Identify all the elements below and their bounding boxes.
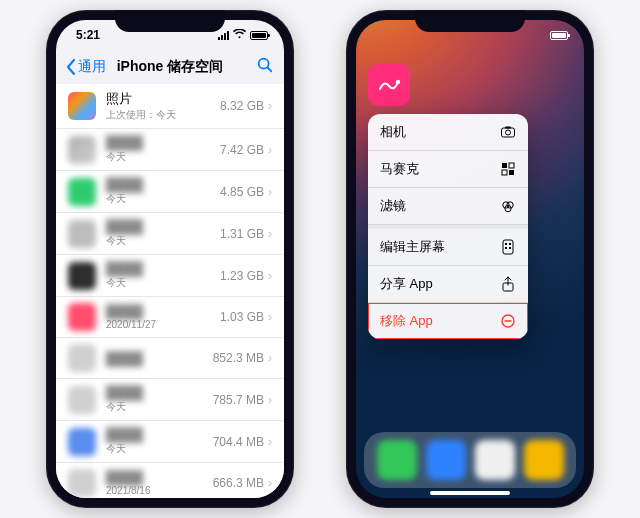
svg-rect-7 xyxy=(509,163,514,168)
menu-item-label: 相机 xyxy=(380,123,406,141)
storage-row[interactable]: ████今天704.4 MB› xyxy=(56,421,284,463)
chevron-right-icon: › xyxy=(268,185,272,199)
app-icon xyxy=(68,386,96,414)
app-last-used: 今天 xyxy=(106,234,220,248)
mosaic-icon xyxy=(500,161,516,177)
row-main: ████今天 xyxy=(106,135,220,164)
app-name: ████ xyxy=(106,219,220,234)
app-icon xyxy=(68,303,96,331)
storage-row[interactable]: ████今天4.85 GB› xyxy=(56,171,284,213)
search-icon xyxy=(256,56,274,74)
chevron-right-icon: › xyxy=(268,269,272,283)
app-last-used: 2020/11/27 xyxy=(106,319,220,330)
row-main: ████今天 xyxy=(106,427,213,456)
storage-row[interactable]: 照片上次使用：今天8.32 GB› xyxy=(56,84,284,129)
svg-point-2 xyxy=(396,80,400,84)
app-icon xyxy=(68,136,96,164)
app-last-used: 今天 xyxy=(106,150,220,164)
menu-item-filter[interactable]: 滤镜 xyxy=(368,188,528,225)
app-size: 8.32 GB xyxy=(220,99,264,113)
search-button[interactable] xyxy=(256,56,274,78)
home-indicator[interactable] xyxy=(430,491,510,495)
storage-row[interactable]: ████2021/8/16666.3 MB› xyxy=(56,463,284,498)
app-name: ████ xyxy=(106,135,220,150)
menu-item-share[interactable]: 分享 App xyxy=(368,266,528,303)
app-last-used: 今天 xyxy=(106,276,220,290)
storage-row[interactable]: ████今天7.42 GB› xyxy=(56,129,284,171)
app-size: 852.3 MB xyxy=(213,351,264,365)
notch xyxy=(115,10,225,32)
context-menu: 相机马赛克滤镜编辑主屏幕分享 App移除 App xyxy=(368,114,528,339)
storage-row[interactable]: ████852.3 MB› xyxy=(56,338,284,379)
svg-rect-15 xyxy=(509,243,511,245)
chevron-right-icon: › xyxy=(268,435,272,449)
menu-item-camera[interactable]: 相机 xyxy=(368,114,528,151)
app-size: 7.42 GB xyxy=(220,143,264,157)
app-icon-meitu[interactable] xyxy=(368,64,410,106)
svg-rect-13 xyxy=(503,240,513,254)
chevron-right-icon: › xyxy=(268,99,272,113)
dock-app-icon[interactable] xyxy=(426,440,466,480)
screen-home: 5:22 相机马赛克滤镜编辑主屏幕分享 App移除 App xyxy=(356,20,584,498)
app-icon xyxy=(68,178,96,206)
row-main: ████今天 xyxy=(106,177,220,206)
app-last-used: 今天 xyxy=(106,442,213,456)
app-size: 1.03 GB xyxy=(220,310,264,324)
storage-row[interactable]: ████今天1.23 GB› xyxy=(56,255,284,297)
app-size: 1.31 GB xyxy=(220,227,264,241)
dock-app-icon[interactable] xyxy=(475,440,515,480)
cell-signal-icon xyxy=(218,31,229,40)
chevron-right-icon: › xyxy=(268,351,272,365)
app-icon xyxy=(68,220,96,248)
back-button[interactable]: 通用 xyxy=(66,58,106,76)
menu-item-mosaic[interactable]: 马赛克 xyxy=(368,151,528,188)
screen-storage: 5:21 通用 iPhone 储存空间 照片上次使用：今天8.32 GB›███… xyxy=(56,20,284,498)
menu-item-edit-home[interactable]: 编辑主屏幕 xyxy=(368,225,528,266)
dock-app-icon[interactable] xyxy=(377,440,417,480)
row-main: ████今天 xyxy=(106,385,213,414)
app-name: ████ xyxy=(106,261,220,276)
back-label: 通用 xyxy=(78,58,106,76)
notch xyxy=(415,10,525,32)
battery-icon xyxy=(550,31,568,40)
nav-bar: 通用 iPhone 储存空间 xyxy=(56,50,284,84)
app-name: ████ xyxy=(106,427,213,442)
storage-row[interactable]: ████2020/11/271.03 GB› xyxy=(56,297,284,338)
app-name: ████ xyxy=(106,177,220,192)
page-title: iPhone 储存空间 xyxy=(117,58,224,76)
app-size: 785.7 MB xyxy=(213,393,264,407)
app-name: ████ xyxy=(106,304,220,319)
svg-point-4 xyxy=(506,130,511,135)
app-icon xyxy=(68,92,96,120)
app-size: 4.85 GB xyxy=(220,185,264,199)
app-name: ████ xyxy=(106,351,213,366)
app-name: ████ xyxy=(106,470,213,485)
app-last-used: 今天 xyxy=(106,192,220,206)
app-icon xyxy=(68,469,96,497)
app-last-used: 今天 xyxy=(106,400,213,414)
app-last-used: 2021/8/16 xyxy=(106,485,213,496)
app-size: 704.4 MB xyxy=(213,435,264,449)
dock-app-icon[interactable] xyxy=(524,440,564,480)
menu-item-label: 滤镜 xyxy=(380,197,406,215)
row-main: ████2020/11/27 xyxy=(106,304,220,330)
svg-rect-16 xyxy=(505,247,507,249)
app-size: 1.23 GB xyxy=(220,269,264,283)
chevron-right-icon: › xyxy=(268,143,272,157)
context-menu-wrap: 相机马赛克滤镜编辑主屏幕分享 App移除 App xyxy=(368,64,528,339)
app-name: 照片 xyxy=(106,90,220,108)
storage-row[interactable]: ████今天785.7 MB› xyxy=(56,379,284,421)
svg-rect-8 xyxy=(502,170,507,175)
row-main: ████今天 xyxy=(106,261,220,290)
app-icon xyxy=(68,428,96,456)
storage-list[interactable]: 照片上次使用：今天8.32 GB›████今天7.42 GB›████今天4.8… xyxy=(56,84,284,498)
svg-rect-9 xyxy=(509,170,514,175)
svg-rect-6 xyxy=(502,163,507,168)
menu-item-remove[interactable]: 移除 App xyxy=(368,303,528,339)
app-last-used: 上次使用：今天 xyxy=(106,108,220,122)
chevron-right-icon: › xyxy=(268,393,272,407)
svg-rect-17 xyxy=(509,247,511,249)
storage-row[interactable]: ████今天1.31 GB› xyxy=(56,213,284,255)
share-icon xyxy=(500,276,516,292)
svg-rect-5 xyxy=(505,127,511,129)
